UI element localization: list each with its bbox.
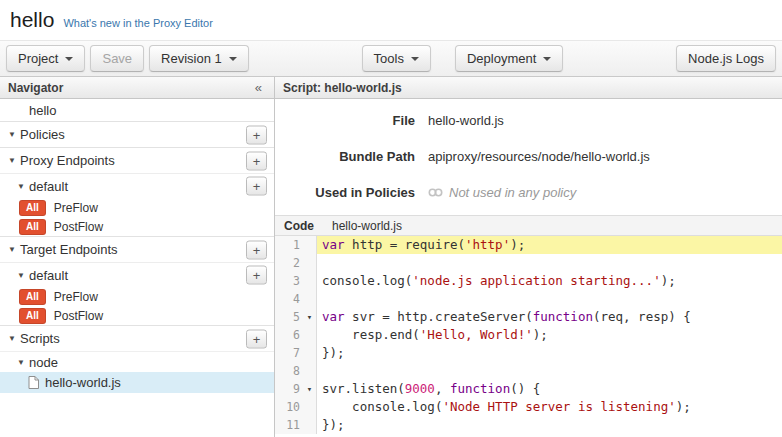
field-value: Not used in any policy xyxy=(428,185,576,200)
nav-subsection-default[interactable]: ▼default+ xyxy=(0,262,274,287)
nav-label: default xyxy=(29,179,68,194)
fold-marker-icon xyxy=(303,272,317,290)
fold-marker-icon xyxy=(303,254,317,272)
code-line-5[interactable]: 5▾var svr = http.createServer(function(r… xyxy=(275,308,782,326)
flow-condition-badge: All xyxy=(19,200,46,216)
add-button[interactable]: + xyxy=(246,125,267,144)
flow-condition-badge: All xyxy=(19,289,46,305)
nav-folder-node[interactable]: ▼node xyxy=(0,351,274,372)
fold-marker-icon xyxy=(303,416,317,434)
nav-section-target-endpoints[interactable]: ▼Target Endpoints+ xyxy=(0,236,274,262)
code-token: var xyxy=(322,309,345,324)
nav-flow-preflow[interactable]: AllPreFlow xyxy=(0,287,274,306)
line-number: 1 xyxy=(275,236,303,254)
code-line-9[interactable]: 9▾svr.listen(9000, function() { xyxy=(275,380,782,398)
code-filename: hello-world.js xyxy=(332,219,402,233)
page-header: hello What's new in the Proxy Editor xyxy=(0,0,782,40)
field-value: hello-world.js xyxy=(428,113,504,128)
code-line-6[interactable]: 6 resp.end('Hello, World!'); xyxy=(275,326,782,344)
code-line-10[interactable]: 10 console.log('Node HTTP server is list… xyxy=(275,398,782,416)
collapse-navigator-button[interactable]: « xyxy=(251,80,266,95)
nav-label: Scripts xyxy=(20,331,60,346)
nav-subsection-default[interactable]: ▼default+ xyxy=(0,173,274,198)
toolbar: Project Save Revision 1 Tools Deployment… xyxy=(0,40,782,77)
script-panel-title: Script: hello-world.js xyxy=(283,81,402,95)
field-label: Bundle Path xyxy=(275,149,415,164)
add-button[interactable]: + xyxy=(246,151,267,170)
code-token: function xyxy=(450,381,510,396)
code-token: , xyxy=(435,381,450,396)
code-token: console.log( xyxy=(322,273,412,288)
script-details: File hello-world.js Bundle Path apiproxy… xyxy=(275,99,782,215)
nav-file-hello-world-js[interactable]: hello-world.js xyxy=(0,372,274,393)
code-token: svr = http.createServer( xyxy=(345,309,533,324)
whats-new-link[interactable]: What's new in the Proxy Editor xyxy=(63,17,212,29)
line-number: 8 xyxy=(275,362,303,380)
code-text: svr.listen(9000, function() { xyxy=(317,380,782,398)
code-token: 9000 xyxy=(405,381,435,396)
code-line-1[interactable]: 1var http = require('http'); xyxy=(275,236,782,254)
nav-section-policies[interactable]: ▼Policies+ xyxy=(0,121,274,147)
nav-item-hello[interactable]: hello xyxy=(0,99,274,121)
nodejs-logs-label: Node.js Logs xyxy=(688,51,764,66)
code-token: }); xyxy=(322,417,345,432)
flow-condition-badge: All xyxy=(19,219,46,235)
code-token: ); xyxy=(533,327,548,342)
fold-marker-icon xyxy=(303,398,317,416)
line-number: 11 xyxy=(275,416,303,434)
fold-marker-icon xyxy=(303,290,317,308)
add-button[interactable]: + xyxy=(246,177,267,196)
nav-flow-postflow[interactable]: AllPostFlow xyxy=(0,217,274,236)
code-token: svr.listen( xyxy=(322,381,405,396)
nodejs-logs-button[interactable]: Node.js Logs xyxy=(676,45,776,72)
code-line-7[interactable]: 7}); xyxy=(275,344,782,362)
fold-marker-icon[interactable]: ▾ xyxy=(303,308,317,326)
code-token: }); xyxy=(322,345,345,360)
code-text xyxy=(317,254,782,272)
fold-marker-icon xyxy=(303,326,317,344)
field-value: apiproxy/resources/node/hello-world.js xyxy=(428,149,650,164)
code-line-3[interactable]: 3console.log('node.js application starti… xyxy=(275,272,782,290)
field-label: Used in Policies xyxy=(275,185,415,200)
line-number: 10 xyxy=(275,398,303,416)
code-text: var svr = http.createServer(function(req… xyxy=(317,308,782,326)
nav-label: hello-world.js xyxy=(45,375,121,390)
code-line-8[interactable]: 8 xyxy=(275,362,782,380)
code-line-11[interactable]: 11}); xyxy=(275,416,782,434)
project-menu-button[interactable]: Project xyxy=(6,45,85,72)
code-line-4[interactable]: 4 xyxy=(275,290,782,308)
code-text: resp.end('Hello, World!'); xyxy=(317,326,782,344)
revision-menu-button[interactable]: Revision 1 xyxy=(149,45,249,72)
add-button[interactable]: + xyxy=(246,266,267,285)
page-title: hello xyxy=(10,8,54,32)
code-text: var http = require('http'); xyxy=(317,236,782,254)
content-area: Navigator « hello▼Policies+▼Proxy Endpoi… xyxy=(0,77,782,437)
used-in-policies-text: Not used in any policy xyxy=(449,185,576,200)
deployment-menu-button[interactable]: Deployment xyxy=(455,45,563,72)
tools-menu-button[interactable]: Tools xyxy=(362,45,431,72)
fold-marker-icon xyxy=(303,362,317,380)
nav-section-proxy-endpoints[interactable]: ▼Proxy Endpoints+ xyxy=(0,147,274,173)
nav-label: PostFlow xyxy=(54,309,103,323)
line-number: 7 xyxy=(275,344,303,362)
code-token: http = require( xyxy=(345,237,465,252)
save-label: Save xyxy=(102,51,132,66)
nav-section-scripts[interactable]: ▼Scripts+ xyxy=(0,325,274,351)
add-button[interactable]: + xyxy=(246,240,267,259)
nav-label: default xyxy=(29,268,68,283)
field-used-in-policies: Used in Policies Not used in any policy xyxy=(275,179,782,205)
expand-caret-icon: ▼ xyxy=(8,156,20,165)
code-token: resp.end( xyxy=(322,327,420,342)
code-header: Code hello-world.js xyxy=(275,215,782,236)
save-button[interactable]: Save xyxy=(90,45,144,72)
code-line-2[interactable]: 2 xyxy=(275,254,782,272)
nav-flow-postflow[interactable]: AllPostFlow xyxy=(0,306,274,325)
add-button[interactable]: + xyxy=(246,329,267,348)
script-detail-panel: Script: hello-world.js File hello-world.… xyxy=(275,77,782,437)
revision-menu-label: Revision 1 xyxy=(161,51,222,66)
line-number: 5 xyxy=(275,308,303,326)
fold-marker-icon[interactable]: ▾ xyxy=(303,380,317,398)
code-editor[interactable]: 1var http = require('http');23console.lo… xyxy=(275,236,782,437)
nav-flow-preflow[interactable]: AllPreFlow xyxy=(0,198,274,217)
fold-marker-icon xyxy=(303,236,317,254)
